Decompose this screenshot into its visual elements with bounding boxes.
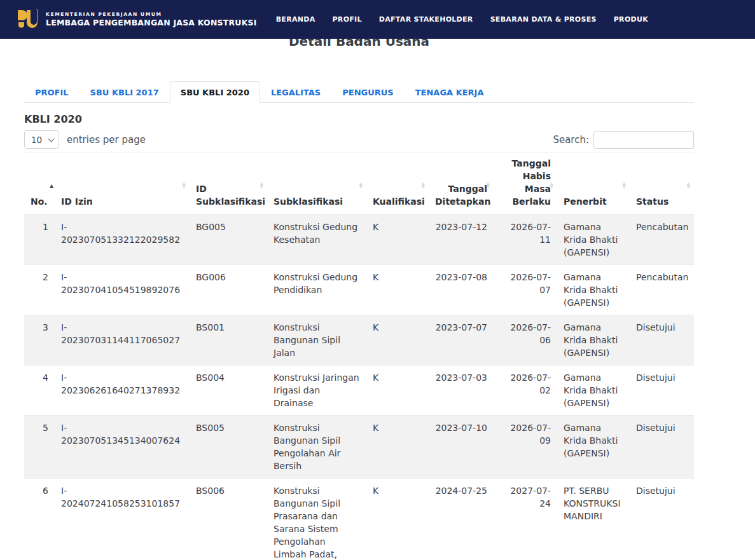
tab-sbu-kbli-2017[interactable]: SBU KBLI 2017 bbox=[80, 81, 170, 103]
cell-status: Pencabutan bbox=[630, 265, 694, 315]
cell-subklasifikasi: Konstruksi Bangunan Sipil Pengolahan Air… bbox=[267, 416, 366, 479]
content-container: PROFIL SBU KBLI 2017 SBU KBLI 2020 LEGAL… bbox=[24, 81, 694, 560]
table-row: 5 I-202307051345134007624 BS005 Konstruk… bbox=[24, 416, 694, 479]
table-row: 3 I-202307031144117065027 BS001 Konstruk… bbox=[24, 315, 694, 365]
cell-subklasifikasi: Konstruksi Gedung Pendidikan bbox=[267, 265, 366, 315]
cell-tanggal-habis: 2026-07-02 bbox=[494, 365, 557, 416]
nav-item-beranda[interactable]: BERANDA bbox=[276, 15, 315, 24]
cell-id-subklasifikasi: BS005 bbox=[190, 416, 267, 479]
sort-icon[interactable]: ▲▼ bbox=[359, 182, 363, 189]
sort-asc-icon[interactable]: ▲ bbox=[50, 184, 53, 189]
pu-ministry-logo-icon bbox=[15, 7, 41, 32]
column-header-id-subklasifikasi[interactable]: ▲▼ ID Subklasifikasi bbox=[190, 153, 267, 215]
cell-kualifikasi: K bbox=[366, 365, 429, 416]
cell-tanggal-habis: 2026-07-09 bbox=[494, 416, 557, 479]
sort-icon[interactable]: ▲▼ bbox=[623, 182, 626, 189]
column-label: Tanggal Ditetapkan bbox=[435, 184, 491, 207]
column-label: ID Izin bbox=[61, 196, 93, 207]
cell-id-izin: I-202307041054519892076 bbox=[55, 265, 190, 315]
nav-menu: BERANDA PROFIL DAFTAR STAKEHOLDER SEBARA… bbox=[276, 15, 648, 24]
cell-status: Disetujui bbox=[630, 365, 694, 416]
column-header-kualifikasi[interactable]: ▲▼ Kualifikasi bbox=[366, 153, 429, 215]
column-label: ID Subklasifikasi bbox=[196, 184, 265, 207]
cell-tanggal-habis: 2026-07-11 bbox=[494, 215, 557, 265]
cell-penerbit: Gamana Krida Bhakti (GAPENSI) bbox=[557, 365, 630, 416]
cell-penerbit: PT. SERBU KONSTRUKSI MANDIRI bbox=[557, 479, 630, 560]
table-row: 4 I-202306261640271378932 BS004 Konstruk… bbox=[24, 365, 694, 416]
cell-id-izin: I-202306261640271378932 bbox=[55, 365, 190, 416]
search-input[interactable] bbox=[593, 131, 694, 149]
column-label: Subklasifikasi bbox=[274, 196, 343, 207]
cell-id-izin: I-202407241058253101857 bbox=[55, 479, 190, 560]
cell-subklasifikasi: Konstruksi Gedung Kesehatan bbox=[267, 215, 366, 265]
table-header-row: ▲ No. ▲▼ ID Izin ▲▼ ID Subklasifikasi ▲▼… bbox=[24, 153, 694, 215]
nav-item-sebaran-data-proses[interactable]: SEBARAN DATA & PROSES bbox=[490, 15, 597, 24]
search-controls: Search: bbox=[553, 131, 694, 149]
cell-id-subklasifikasi: BS006 bbox=[190, 479, 267, 560]
nav-item-produk[interactable]: PRODUK bbox=[614, 15, 648, 24]
column-header-status[interactable]: ▲▼ Status bbox=[630, 153, 694, 215]
cell-penerbit: Gamana Krida Bhakti (GAPENSI) bbox=[557, 315, 630, 365]
sort-icon[interactable]: ▲▼ bbox=[183, 182, 186, 189]
sort-icon[interactable]: ▲▼ bbox=[422, 182, 425, 189]
column-header-no[interactable]: ▲ No. bbox=[24, 153, 55, 215]
page-size-select[interactable]: 10 bbox=[24, 130, 59, 149]
cell-no: 2 bbox=[24, 265, 55, 315]
nav-item-daftar-stakeholder[interactable]: DAFTAR STAKEHOLDER bbox=[379, 15, 473, 24]
cell-status: Pencabutan bbox=[630, 215, 694, 265]
cell-no: 1 bbox=[24, 215, 55, 265]
cell-penerbit: Gamana Krida Bhakti (GAPENSI) bbox=[557, 416, 630, 479]
tab-sbu-kbli-2020[interactable]: SBU KBLI 2020 bbox=[170, 81, 260, 103]
cell-subklasifikasi: Konstruksi Bangunan Sipil Prasarana dan … bbox=[267, 479, 366, 560]
cell-no: 4 bbox=[24, 365, 55, 416]
navbar: KEMENTERIAN PEKERJAAN UMUM LEMBAGA PENGE… bbox=[0, 0, 755, 39]
cell-kualifikasi: K bbox=[366, 265, 429, 315]
sbu-kbli-2020-table: ▲ No. ▲▼ ID Izin ▲▼ ID Subklasifikasi ▲▼… bbox=[24, 153, 694, 560]
column-label: Tanggal Habis Masa Berlaku bbox=[512, 158, 551, 207]
cell-tanggal-habis: 2026-07-07 bbox=[494, 265, 557, 315]
tab-tenaga-kerja[interactable]: TENAGA KERJA bbox=[405, 81, 495, 103]
tab-pengurus[interactable]: PENGURUS bbox=[331, 81, 404, 103]
cell-id-subklasifikasi: BG006 bbox=[190, 265, 267, 315]
cell-id-izin: I-202307051345134007624 bbox=[55, 416, 190, 479]
tab-legalitas[interactable]: LEGALITAS bbox=[260, 81, 331, 103]
column-label: Penerbit bbox=[564, 196, 607, 207]
cell-subklasifikasi: Konstruksi Jaringan Irigasi dan Drainase bbox=[267, 365, 366, 416]
table-row: 2 I-202307041054519892076 BG006 Konstruk… bbox=[24, 265, 694, 315]
brand[interactable]: KEMENTERIAN PEKERJAAN UMUM LEMBAGA PENGE… bbox=[15, 7, 257, 32]
column-header-subklasifikasi[interactable]: ▲▼ Subklasifikasi bbox=[267, 153, 366, 215]
cell-tanggal-habis: 2027-07-24 bbox=[494, 479, 557, 560]
cell-tanggal-habis: 2026-07-06 bbox=[494, 315, 557, 365]
sort-icon[interactable]: ▲▼ bbox=[687, 182, 690, 189]
section-heading: KBLI 2020 bbox=[24, 113, 694, 125]
column-label: No. bbox=[31, 196, 48, 207]
column-header-id-izin[interactable]: ▲▼ ID Izin bbox=[55, 153, 190, 215]
sort-icon[interactable]: ▲▼ bbox=[550, 182, 553, 189]
tab-profil[interactable]: PROFIL bbox=[24, 81, 80, 103]
cell-subklasifikasi: Konstruksi Bangunan Sipil Jalan bbox=[267, 315, 366, 365]
cell-id-subklasifikasi: BG005 bbox=[190, 215, 267, 265]
cell-id-izin: I-202307051332122029582 bbox=[55, 215, 190, 265]
cell-tanggal-ditetapkan: 2023-07-08 bbox=[429, 265, 494, 315]
sort-icon[interactable]: ▲▼ bbox=[487, 182, 490, 189]
nav-item-profil[interactable]: PROFIL bbox=[333, 15, 362, 24]
brand-text: KEMENTERIAN PEKERJAAN UMUM LEMBAGA PENGE… bbox=[46, 11, 257, 27]
tab-list: PROFIL SBU KBLI 2017 SBU KBLI 2020 LEGAL… bbox=[24, 81, 694, 103]
sort-icon[interactable]: ▲▼ bbox=[260, 182, 263, 189]
cell-kualifikasi: K bbox=[366, 315, 429, 365]
cell-no: 6 bbox=[24, 479, 55, 560]
cell-status: Disetujui bbox=[630, 479, 694, 560]
table-body: 1 I-202307051332122029582 BG005 Konstruk… bbox=[24, 215, 694, 560]
entries-per-page-label: entries per page bbox=[67, 134, 146, 146]
cell-id-izin: I-202307031144117065027 bbox=[55, 315, 190, 365]
page-size-select-wrap: 10 bbox=[24, 130, 59, 149]
column-header-tanggal-habis[interactable]: ▲▼ Tanggal Habis Masa Berlaku bbox=[494, 153, 557, 215]
column-header-penerbit[interactable]: ▲▼ Penerbit bbox=[557, 153, 630, 215]
cell-no: 5 bbox=[24, 416, 55, 479]
column-label: Kualifikasi bbox=[373, 196, 425, 207]
column-header-tanggal-ditetapkan[interactable]: ▲▼ Tanggal Ditetapkan bbox=[429, 153, 494, 215]
search-label: Search: bbox=[553, 134, 589, 146]
cell-tanggal-ditetapkan: 2023-07-10 bbox=[429, 416, 494, 479]
cell-penerbit: Gamana Krida Bhakti (GAPENSI) bbox=[557, 265, 630, 315]
cell-id-subklasifikasi: BS001 bbox=[190, 315, 267, 365]
